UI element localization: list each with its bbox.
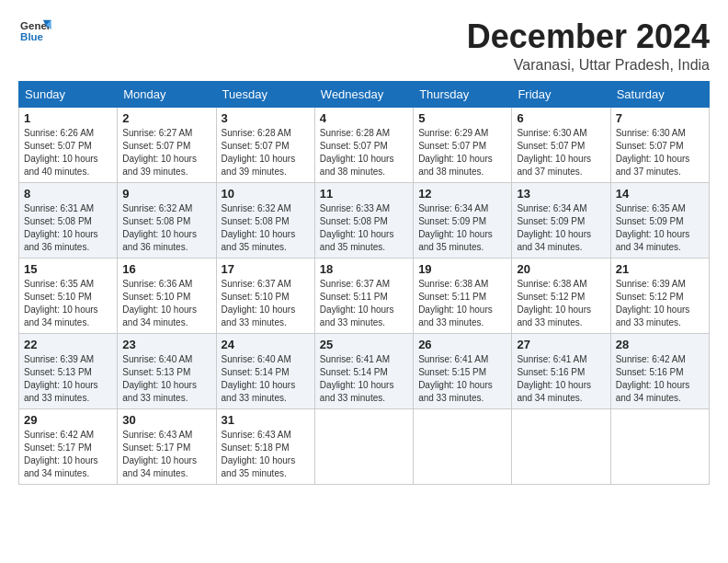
- day-detail: Sunrise: 6:28 AMSunset: 5:07 PMDaylight:…: [320, 127, 408, 178]
- calendar-cell: 22Sunrise: 6:39 AMSunset: 5:13 PMDayligh…: [19, 333, 118, 408]
- day-detail: Sunrise: 6:37 AMSunset: 5:11 PMDaylight:…: [320, 278, 408, 329]
- day-detail: Sunrise: 6:37 AMSunset: 5:10 PMDaylight:…: [222, 278, 310, 329]
- calendar-cell: 19Sunrise: 6:38 AMSunset: 5:11 PMDayligh…: [414, 258, 512, 333]
- calendar-cell: 20Sunrise: 6:38 AMSunset: 5:12 PMDayligh…: [512, 258, 610, 333]
- day-number: 23: [122, 338, 210, 351]
- calendar-table: SundayMondayTuesdayWednesdayThursdayFrid…: [18, 81, 710, 485]
- calendar-cell: 11Sunrise: 6:33 AMSunset: 5:08 PMDayligh…: [314, 182, 413, 258]
- calendar-cell: 6Sunrise: 6:30 AMSunset: 5:07 PMDaylight…: [512, 107, 610, 182]
- day-detail: Sunrise: 6:33 AMSunset: 5:08 PMDaylight:…: [320, 202, 408, 254]
- day-detail: Sunrise: 6:40 AMSunset: 5:13 PMDaylight:…: [122, 353, 210, 405]
- day-detail: Sunrise: 6:30 AMSunset: 5:07 PMDaylight:…: [616, 127, 704, 178]
- calendar-cell: 16Sunrise: 6:36 AMSunset: 5:10 PMDayligh…: [118, 258, 216, 333]
- day-detail: Sunrise: 6:29 AMSunset: 5:07 PMDaylight:…: [418, 127, 506, 178]
- day-number: 19: [418, 262, 506, 276]
- day-detail: Sunrise: 6:34 AMSunset: 5:09 PMDaylight:…: [517, 202, 605, 254]
- calendar-cell: 17Sunrise: 6:37 AMSunset: 5:10 PMDayligh…: [216, 258, 314, 333]
- day-number: 1: [24, 111, 112, 125]
- day-number: 4: [320, 111, 408, 125]
- calendar-cell: 2Sunrise: 6:27 AMSunset: 5:07 PMDaylight…: [118, 107, 216, 182]
- day-detail: Sunrise: 6:41 AMSunset: 5:16 PMDaylight:…: [517, 353, 605, 405]
- day-number: 28: [616, 338, 704, 351]
- day-number: 25: [320, 338, 408, 351]
- day-detail: Sunrise: 6:32 AMSunset: 5:08 PMDaylight:…: [122, 202, 210, 254]
- calendar-cell: 10Sunrise: 6:32 AMSunset: 5:08 PMDayligh…: [216, 182, 314, 258]
- day-detail: Sunrise: 6:43 AMSunset: 5:17 PMDaylight:…: [122, 429, 210, 480]
- calendar-cell: 25Sunrise: 6:41 AMSunset: 5:14 PMDayligh…: [314, 333, 413, 408]
- calendar-cell: 18Sunrise: 6:37 AMSunset: 5:11 PMDayligh…: [314, 258, 413, 333]
- calendar-cell: [512, 408, 610, 484]
- header-tuesday: Tuesday: [216, 81, 314, 107]
- calendar-week-5: 29Sunrise: 6:42 AMSunset: 5:17 PMDayligh…: [19, 408, 710, 484]
- day-number: 10: [222, 187, 310, 201]
- day-number: 7: [616, 111, 704, 125]
- calendar-cell: 13Sunrise: 6:34 AMSunset: 5:09 PMDayligh…: [512, 182, 610, 258]
- day-number: 2: [122, 111, 210, 125]
- header-thursday: Thursday: [414, 81, 512, 107]
- calendar-cell: 28Sunrise: 6:42 AMSunset: 5:16 PMDayligh…: [610, 333, 709, 408]
- day-detail: Sunrise: 6:32 AMSunset: 5:08 PMDaylight:…: [222, 202, 310, 254]
- header-sunday: Sunday: [19, 81, 118, 107]
- calendar-cell: 23Sunrise: 6:40 AMSunset: 5:13 PMDayligh…: [118, 333, 216, 408]
- calendar-cell: 15Sunrise: 6:35 AMSunset: 5:10 PMDayligh…: [19, 258, 118, 333]
- calendar-cell: 1Sunrise: 6:26 AMSunset: 5:07 PMDaylight…: [19, 107, 118, 182]
- calendar-cell: 8Sunrise: 6:31 AMSunset: 5:08 PMDaylight…: [19, 182, 118, 258]
- calendar-week-3: 15Sunrise: 6:35 AMSunset: 5:10 PMDayligh…: [19, 258, 710, 333]
- logo: General Blue: [18, 18, 51, 46]
- day-number: 12: [418, 187, 506, 201]
- day-detail: Sunrise: 6:35 AMSunset: 5:09 PMDaylight:…: [616, 202, 704, 254]
- day-number: 9: [122, 187, 210, 201]
- day-number: 6: [517, 111, 605, 125]
- calendar-week-4: 22Sunrise: 6:39 AMSunset: 5:13 PMDayligh…: [19, 333, 710, 408]
- day-number: 20: [517, 262, 605, 276]
- day-number: 17: [222, 262, 310, 276]
- day-detail: Sunrise: 6:36 AMSunset: 5:10 PMDaylight:…: [122, 278, 210, 329]
- calendar-header-row: SundayMondayTuesdayWednesdayThursdayFrid…: [19, 81, 710, 107]
- calendar-cell: 24Sunrise: 6:40 AMSunset: 5:14 PMDayligh…: [216, 333, 314, 408]
- day-number: 31: [222, 413, 310, 427]
- day-detail: Sunrise: 6:41 AMSunset: 5:15 PMDaylight:…: [418, 353, 506, 405]
- day-number: 16: [122, 262, 210, 276]
- day-detail: Sunrise: 6:30 AMSunset: 5:07 PMDaylight:…: [517, 127, 605, 178]
- day-detail: Sunrise: 6:42 AMSunset: 5:16 PMDaylight:…: [616, 353, 704, 405]
- page-header: General Blue December 2024 Varanasi, Utt…: [18, 18, 710, 74]
- calendar-cell: 4Sunrise: 6:28 AMSunset: 5:07 PMDaylight…: [314, 107, 413, 182]
- header-saturday: Saturday: [610, 81, 709, 107]
- day-number: 21: [616, 262, 704, 276]
- day-number: 8: [24, 187, 112, 201]
- header-friday: Friday: [512, 81, 610, 107]
- title-area: December 2024 Varanasi, Uttar Pradesh, I…: [467, 18, 710, 74]
- calendar-cell: 14Sunrise: 6:35 AMSunset: 5:09 PMDayligh…: [610, 182, 709, 258]
- day-detail: Sunrise: 6:38 AMSunset: 5:11 PMDaylight:…: [418, 278, 506, 329]
- day-detail: Sunrise: 6:27 AMSunset: 5:07 PMDaylight:…: [122, 127, 210, 178]
- calendar-cell: [414, 408, 512, 484]
- day-detail: Sunrise: 6:42 AMSunset: 5:17 PMDaylight:…: [24, 429, 112, 480]
- day-detail: Sunrise: 6:43 AMSunset: 5:18 PMDaylight:…: [222, 429, 310, 480]
- calendar-cell: 7Sunrise: 6:30 AMSunset: 5:07 PMDaylight…: [610, 107, 709, 182]
- day-number: 5: [418, 111, 506, 125]
- day-detail: Sunrise: 6:31 AMSunset: 5:08 PMDaylight:…: [24, 202, 112, 254]
- calendar-cell: 9Sunrise: 6:32 AMSunset: 5:08 PMDaylight…: [118, 182, 216, 258]
- day-number: 11: [320, 187, 408, 201]
- day-number: 26: [418, 338, 506, 351]
- day-detail: Sunrise: 6:26 AMSunset: 5:07 PMDaylight:…: [24, 127, 112, 178]
- day-detail: Sunrise: 6:35 AMSunset: 5:10 PMDaylight:…: [24, 278, 112, 329]
- day-detail: Sunrise: 6:34 AMSunset: 5:09 PMDaylight:…: [418, 202, 506, 254]
- header-monday: Monday: [118, 81, 216, 107]
- calendar-cell: 29Sunrise: 6:42 AMSunset: 5:17 PMDayligh…: [19, 408, 118, 484]
- day-detail: Sunrise: 6:40 AMSunset: 5:14 PMDaylight:…: [222, 353, 310, 405]
- day-number: 24: [222, 338, 310, 351]
- day-number: 15: [24, 262, 112, 276]
- calendar-cell: 31Sunrise: 6:43 AMSunset: 5:18 PMDayligh…: [216, 408, 314, 484]
- calendar-cell: 21Sunrise: 6:39 AMSunset: 5:12 PMDayligh…: [610, 258, 709, 333]
- calendar-cell: 12Sunrise: 6:34 AMSunset: 5:09 PMDayligh…: [414, 182, 512, 258]
- calendar-cell: 3Sunrise: 6:28 AMSunset: 5:07 PMDaylight…: [216, 107, 314, 182]
- calendar-cell: 5Sunrise: 6:29 AMSunset: 5:07 PMDaylight…: [414, 107, 512, 182]
- day-number: 29: [24, 413, 112, 427]
- day-number: 3: [222, 111, 310, 125]
- day-number: 27: [517, 338, 605, 351]
- header-wednesday: Wednesday: [314, 81, 413, 107]
- day-number: 13: [517, 187, 605, 201]
- day-detail: Sunrise: 6:39 AMSunset: 5:13 PMDaylight:…: [24, 353, 112, 405]
- day-number: 22: [24, 338, 112, 351]
